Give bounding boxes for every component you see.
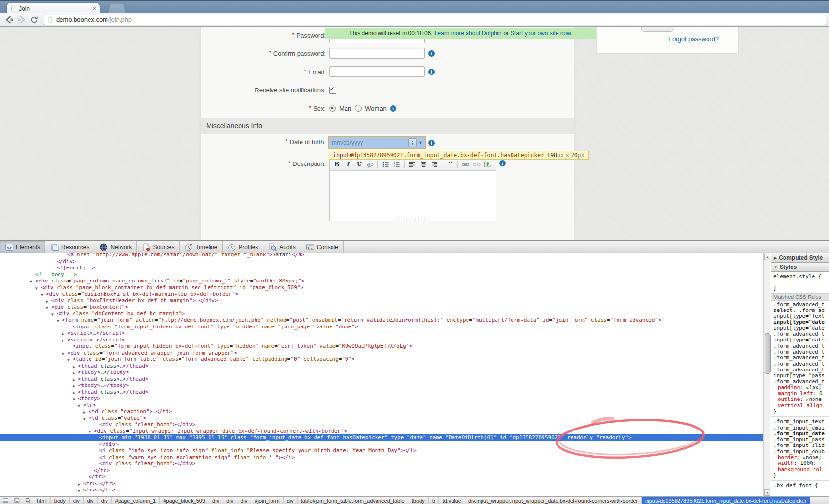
devtools-tab-elements[interactable]: <>Elements <box>0 241 45 253</box>
breadcrumb-item[interactable]: div <box>209 497 223 504</box>
breadcrumb-item[interactable]: div <box>223 497 237 504</box>
css-property[interactable]: padding: ▶1px; <box>773 385 829 391</box>
css-property[interactable]: margin-left: 0 <box>773 391 829 397</box>
align-center-icon[interactable] <box>418 161 428 169</box>
description-info-icon[interactable] <box>499 160 506 166</box>
align-left-icon[interactable] <box>407 161 417 169</box>
devtools-tab-network[interactable]: Network <box>94 241 137 253</box>
tree-node[interactable]: ▼<tr> <box>0 402 763 409</box>
breadcrumb-item[interactable]: div <box>237 497 251 504</box>
sex-radio-woman[interactable] <box>355 105 362 112</box>
tree-node[interactable]: ▼<td class="value"> <box>0 415 763 422</box>
tree-node[interactable]: ▼<tbody> <box>0 395 763 402</box>
tree-node[interactable]: ▼<div class="dbContent bx-def-bc-margin"… <box>0 311 763 317</box>
search-icon[interactable] <box>22 497 33 504</box>
breadcrumb-item[interactable]: #join_form <box>251 497 283 504</box>
tree-node[interactable]: <a href="http://www.apple.com/safari/dow… <box>0 253 763 258</box>
devtools-tab-audits[interactable]: Audits <box>263 241 301 253</box>
tree-node[interactable]: ▼<div class="input_wrapper input_wrapper… <box>0 428 763 435</box>
email-info-icon[interactable] <box>428 69 435 75</box>
scrollbar-thumb[interactable] <box>765 333 771 374</box>
browser-tab-join[interactable]: Join × <box>7 3 100 14</box>
tree-node[interactable]: ▼<div class="form_advanced_wrapper join_… <box>0 350 763 356</box>
console-toggle-icon[interactable] <box>11 497 22 504</box>
unlink-icon[interactable] <box>471 161 482 169</box>
tree-node[interactable]: ▶<tbody>…</tbody> <box>0 369 763 376</box>
tree-node[interactable]: ▶<tbody>…</tbody> <box>0 382 763 389</box>
tree-node[interactable]: ▼<div class="page_column page_column_fir… <box>0 278 763 284</box>
computed-style-header[interactable]: ▶Computed Style <box>771 253 829 263</box>
notifications-checkbox[interactable] <box>329 87 336 94</box>
elements-scrollbar[interactable]: ▲ ▼ <box>763 253 770 496</box>
breadcrumb-item[interactable]: body <box>51 497 70 504</box>
italic-icon[interactable]: I <box>343 161 353 169</box>
collapsed-arrow-icon[interactable]: ▶ <box>78 488 80 494</box>
tree-node[interactable]: </div> <box>0 441 763 448</box>
css-property[interactable]: outline: ▶none <box>773 397 829 402</box>
confirm-password-input[interactable] <box>329 48 425 59</box>
breadcrumb-item[interactable]: div <box>284 497 298 504</box>
tree-node[interactable]: </tr> <box>0 474 763 480</box>
dock-side-icon[interactable] <box>0 497 11 504</box>
bullet-list-icon[interactable] <box>380 161 391 169</box>
dob-input-highlighted[interactable]: mm/dd/yyyy ▲▼ ▼ <box>329 137 425 148</box>
description-textarea[interactable]: :::::::::::::::::::::: <box>330 171 496 221</box>
breadcrumb-item[interactable]: html <box>33 497 51 504</box>
tree-node[interactable]: ▶<tr>…</tr> <box>0 480 763 487</box>
tree-node[interactable]: </div> <box>0 258 763 265</box>
tree-node[interactable]: ▶<thead class>…</thead> <box>0 363 763 370</box>
breadcrumb-item[interactable]: div <box>84 497 98 504</box>
breadcrumb-item[interactable]: div.input_wrapper.input_wrapper_date.bx-… <box>465 497 642 504</box>
css-property[interactable]: vertical-align <box>773 403 829 409</box>
tree-node[interactable]: ▼<div class="boxContent"> <box>0 304 763 311</box>
tree-node[interactable]: ▼<form name="join_form" action="http://d… <box>0 317 763 324</box>
banner-dolphin-link[interactable]: Learn more about Dolphin <box>435 30 502 37</box>
tree-node[interactable]: <div class="clear_both"></div> <box>0 460 763 467</box>
address-bar[interactable]: demo.boonex.com/join.php <box>44 15 826 25</box>
tree-node[interactable]: </td> <box>0 467 763 474</box>
breadcrumb-item[interactable]: #page_block_509 <box>160 497 209 504</box>
tree-node[interactable]: <i class="warn sys-icon exclamation-sign… <box>0 454 763 461</box>
css-property[interactable]: border: ▶none; <box>773 455 829 460</box>
email-input[interactable] <box>329 66 425 77</box>
breadcrumb-item[interactable]: div <box>70 497 84 504</box>
bold-icon[interactable]: B <box>332 161 342 169</box>
tree-node[interactable]: ▶<div class="boxFirstHeader bx-def-bh-ma… <box>0 297 763 304</box>
login-button-partial[interactable] <box>641 27 674 32</box>
devtools-tab-profiles[interactable]: Profiles <box>223 241 263 253</box>
editor-resize-grip[interactable]: :::::::::::::::::::::: <box>395 217 430 221</box>
underline-icon[interactable]: U <box>354 161 364 169</box>
devtools-tab-sources[interactable]: Sources <box>137 241 180 253</box>
scroll-up-icon[interactable]: ▲ <box>764 254 770 260</box>
breadcrumb-item[interactable]: table#join_form_table.form_advanced_tabl… <box>298 497 408 504</box>
sex-info-icon[interactable] <box>390 105 396 112</box>
image-icon[interactable] <box>482 161 493 169</box>
dob-info-icon[interactable] <box>428 140 435 146</box>
dob-dropdown-icon[interactable]: ▼ <box>418 140 422 145</box>
tree-node-selected[interactable]: <input min="1938-01-15" max="1995-01-15"… <box>0 434 763 441</box>
blockquote-icon[interactable]: “ <box>445 161 455 169</box>
eraser-icon[interactable] <box>365 161 375 169</box>
tree-node[interactable]: ▶<thead class>…</thead> <box>0 376 763 383</box>
scroll-down-icon[interactable]: ▼ <box>764 489 770 496</box>
new-tab-button[interactable] <box>108 4 126 14</box>
tree-node[interactable]: ▶<thead class>…</thead> <box>0 389 763 396</box>
breadcrumb-item[interactable]: td.value <box>439 497 465 504</box>
forgot-password-link[interactable]: Forgot password? <box>668 35 719 43</box>
tree-node[interactable]: ▼<div class="disignBoxFirst bx-def-margi… <box>0 291 763 297</box>
link-icon[interactable] <box>460 161 470 169</box>
banner-start-site-link[interactable]: Start your own site now. <box>511 30 572 37</box>
back-button[interactable] <box>3 14 15 26</box>
tree-node[interactable]: ▶<script>…</script> <box>0 337 763 343</box>
tree-node[interactable]: <input class="form_input_hidden bx-def-f… <box>0 324 763 330</box>
tab-close-icon[interactable]: × <box>92 5 96 12</box>
styles-header[interactable]: ▼Styles <box>771 263 829 272</box>
breadcrumb-item-selected[interactable]: input#dp1358278959021.form_input_date.bx… <box>642 497 810 504</box>
align-right-icon[interactable] <box>429 161 439 169</box>
dob-spinner[interactable]: ▲▼ <box>408 138 417 147</box>
tree-node[interactable]: ▶<tr>…</tr> <box>0 487 763 493</box>
devtools-tab-timeline[interactable]: Timeline <box>180 241 223 253</box>
tree-node[interactable]: <div class="clear_both"></div> <box>0 421 763 428</box>
tree-node[interactable]: <i class="info sys-icon info-sign" float… <box>0 447 763 454</box>
breadcrumb-item[interactable]: tr <box>429 497 439 504</box>
